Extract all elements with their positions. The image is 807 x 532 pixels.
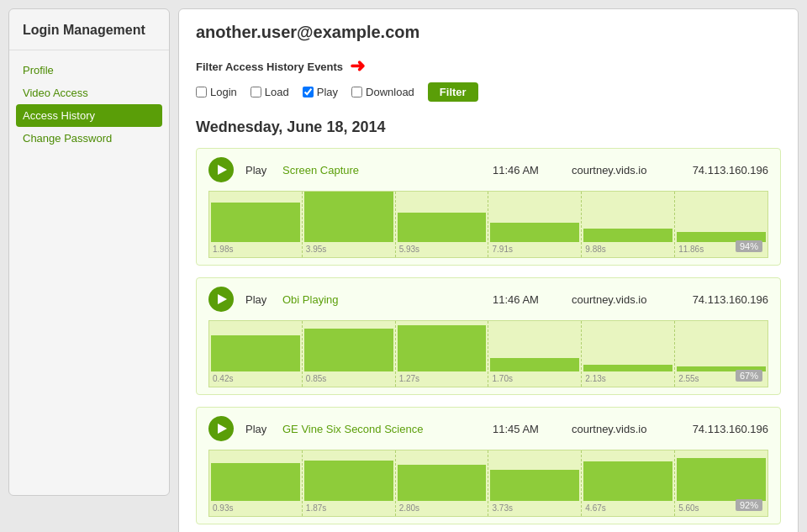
event-type-1: Play — [245, 164, 271, 176]
event-type-3: Play — [245, 423, 271, 435]
sidebar-item-change-password[interactable]: Change Password — [9, 127, 169, 150]
filter-login-checkbox[interactable] — [196, 87, 207, 97]
user-email: another.user@example.com — [196, 23, 781, 42]
event-ip-2: 74.113.160.196 — [676, 293, 768, 306]
event-domain-2: courtney.vids.io — [572, 293, 664, 306]
timeline-col-3-1: 1.87s — [303, 450, 396, 516]
filter-load-checkbox[interactable] — [251, 87, 261, 97]
timeline-bar-3-0 — [211, 463, 300, 501]
arrow-icon: ➜ — [350, 57, 365, 76]
timeline-bar-2-0 — [211, 335, 300, 371]
timeline-col-3-0: 0.93s — [209, 450, 303, 516]
filter-login-text: Login — [210, 86, 237, 98]
timeline-label-2-0: 0.42s — [213, 374, 233, 383]
event-time-1: 11:46 AM — [493, 164, 560, 176]
event-ip-3: 74.113.160.196 — [676, 423, 768, 435]
timeline-percent-3: 92% — [736, 499, 762, 511]
filter-button[interactable]: Filter — [428, 82, 478, 102]
timeline-label-1-1: 3.95s — [306, 245, 326, 254]
timeline-col-1-2: 5.93s — [396, 192, 489, 257]
timeline-label-2-1: 0.85s — [306, 374, 326, 383]
event-time-3: 11:45 AM — [493, 423, 560, 435]
events-list: PlayScreen Capture11:46 AMcourtney.vids.… — [196, 148, 781, 524]
filter-download-checkbox[interactable] — [351, 87, 362, 97]
timeline-col-2-4: 2.13s — [582, 321, 675, 387]
event-ip-1: 74.113.160.196 — [676, 164, 768, 176]
timeline-col-3-2: 2.80s — [396, 450, 489, 516]
sidebar-item-profile[interactable]: Profile — [9, 59, 169, 82]
play-button-2[interactable] — [208, 287, 234, 312]
date-heading: Wednesday, June 18, 2014 — [196, 119, 781, 136]
timeline-bar-2-4 — [583, 365, 672, 371]
timeline-col-1-3: 7.91s — [488, 192, 582, 257]
timeline-col-3-4: 4.67s — [582, 450, 675, 516]
event-title-1[interactable]: Screen Capture — [282, 164, 481, 176]
event-card-3: PlayGE Vine Six Second Science11:45 AMco… — [196, 407, 781, 524]
event-card-1: PlayScreen Capture11:46 AMcourtney.vids.… — [196, 148, 781, 266]
event-domain-3: courtney.vids.io — [572, 423, 664, 435]
timeline-col-2-0: 0.42s — [209, 321, 303, 387]
timeline-label-2-2: 1.27s — [399, 374, 419, 383]
timeline-label-1-3: 7.91s — [492, 245, 512, 254]
event-row-2: PlayObi Playing11:46 AMcourtney.vids.io7… — [208, 287, 768, 312]
timeline-label-3-2: 2.80s — [399, 503, 419, 513]
timeline-bar-2-2 — [398, 325, 487, 371]
timeline-col-2-1: 0.85s — [303, 321, 396, 387]
timeline-bar-1-4 — [583, 229, 672, 242]
sidebar-item-video-access[interactable]: Video Access — [9, 82, 169, 104]
filter-section: Filter Access History Events ➜ Login Loa… — [196, 57, 781, 102]
filter-play-text: Play — [317, 86, 338, 98]
play-button-1[interactable] — [208, 157, 234, 182]
filter-play-label[interactable]: Play — [303, 86, 338, 98]
timeline-bar-3-4 — [583, 461, 672, 501]
filter-load-label[interactable]: Load — [251, 86, 289, 98]
filter-download-text: Download — [366, 86, 414, 98]
timeline-bar-1-1 — [304, 191, 393, 242]
event-domain-1: courtney.vids.io — [572, 164, 664, 176]
timeline-label-2-4: 2.13s — [585, 374, 605, 383]
event-card-2: PlayObi Playing11:46 AMcourtney.vids.io7… — [196, 277, 781, 395]
timeline-bar-3-5 — [677, 458, 766, 501]
timeline-label-1-5: 11.86s — [678, 245, 704, 254]
sidebar-item-access-history[interactable]: Access History — [16, 104, 162, 127]
timeline-label-3-3: 3.73s — [492, 503, 512, 513]
event-row-3: PlayGE Vine Six Second Science11:45 AMco… — [208, 416, 768, 441]
sidebar-title: Login Management — [9, 23, 169, 50]
timeline-label-3-0: 0.93s — [213, 503, 233, 513]
filter-checkboxes: Login Load Play Download Filter — [196, 82, 781, 102]
timeline-2: 0.42s0.85s1.27s1.70s2.13s2.55s67% — [208, 320, 768, 387]
event-row-1: PlayScreen Capture11:46 AMcourtney.vids.… — [208, 157, 768, 182]
event-title-3[interactable]: GE Vine Six Second Science — [282, 423, 481, 435]
event-type-2: Play — [245, 293, 271, 306]
timeline-label-1-2: 5.93s — [399, 245, 419, 254]
filter-title-text: Filter Access History Events — [196, 61, 343, 73]
timeline-label-1-4: 9.88s — [585, 245, 605, 254]
sidebar: Login Management Profile Video Access Ac… — [8, 8, 170, 496]
timeline-bar-3-2 — [398, 465, 487, 501]
main-content: another.user@example.com Filter Access H… — [178, 8, 799, 532]
timeline-col-2-2: 1.27s — [396, 321, 489, 387]
timeline-percent-2: 67% — [736, 370, 762, 382]
timeline-label-2-5: 2.55s — [678, 374, 699, 383]
timeline-bar-1-0 — [211, 203, 300, 242]
filter-title: Filter Access History Events ➜ — [196, 57, 781, 76]
timeline-col-1-1: 3.95s — [303, 192, 396, 257]
play-button-3[interactable] — [208, 416, 234, 441]
timeline-col-2-3: 1.70s — [488, 321, 582, 387]
filter-login-label[interactable]: Login — [196, 86, 237, 98]
filter-play-checkbox[interactable] — [303, 87, 314, 97]
timeline-label-3-4: 4.67s — [585, 503, 605, 513]
timeline-bar-2-3 — [490, 358, 579, 371]
event-title-2[interactable]: Obi Playing — [282, 293, 481, 306]
timeline-bar-3-1 — [304, 461, 393, 501]
event-time-2: 11:46 AM — [493, 293, 560, 306]
timeline-bar-3-3 — [490, 470, 579, 501]
timeline-col-1-0: 1.98s — [209, 192, 303, 257]
timeline-bar-1-3 — [490, 223, 579, 242]
timeline-3: 0.93s1.87s2.80s3.73s4.67s5.60s92% — [208, 450, 768, 517]
timeline-col-3-3: 3.73s — [488, 450, 582, 516]
filter-download-label[interactable]: Download — [351, 86, 414, 98]
timeline-percent-1: 94% — [736, 240, 762, 252]
timeline-col-1-4: 9.88s — [582, 192, 675, 257]
timeline-label-3-5: 5.60s — [678, 503, 699, 513]
